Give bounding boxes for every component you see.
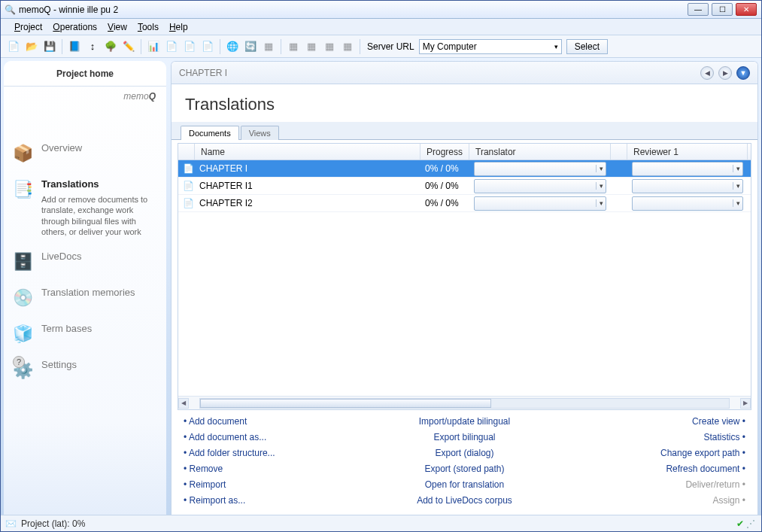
toolbar: 📄 📂 💾 📘 ↕ 🌳 ✏️ 📊 📄 📄 📄 🌐 🔄 ▦ ▦ ▦ ▦ ▦ Ser… (1, 35, 761, 58)
resize-grip[interactable]: ⋰ (746, 518, 757, 529)
table-row[interactable]: 📄CHAPTER I10% / 0%▾▾ (178, 178, 751, 195)
server-url-value: My Computer (423, 41, 477, 52)
disk-icon: 💿 (11, 287, 34, 309)
row-progress: 0% / 0% (425, 163, 459, 174)
action-link[interactable]: • Add document (184, 416, 369, 427)
close-button[interactable]: ✕ (736, 3, 757, 16)
menu-project[interactable]: Project (14, 22, 42, 32)
doc2-icon[interactable]: 📄 (181, 38, 198, 55)
status-text: Project (lat): 0% (21, 518, 85, 529)
sidebar: Project home memoQ 📦 Overview 📑 Translat… (4, 61, 166, 515)
document-icon: 📄 (183, 163, 193, 174)
action-link[interactable]: Export bilingual (372, 432, 557, 442)
doc1-icon[interactable]: 📄 (163, 38, 180, 55)
reviewer-dropdown[interactable]: ▾ (632, 179, 743, 193)
book-icon[interactable]: 📘 (66, 38, 83, 55)
stack-icon: 🧊 (11, 323, 34, 345)
action-link[interactable]: Open for translation (372, 479, 557, 490)
action-link[interactable]: • Add folder structure... (184, 448, 369, 458)
col-name[interactable]: Name (195, 144, 420, 160)
sidebar-tab-project-home[interactable]: Project home (4, 61, 166, 87)
minimize-button[interactable]: — (688, 3, 709, 16)
sidebar-item-termbases[interactable]: 🧊 Term bases (11, 323, 159, 345)
refresh-icon[interactable]: 🔄 (242, 38, 259, 55)
menu-tools[interactable]: Tools (138, 22, 159, 32)
menu-operations[interactable]: Operations (53, 22, 97, 32)
sidebar-item-overview[interactable]: 📦 Overview (11, 142, 159, 165)
action-link[interactable]: Export (stored path) (372, 464, 557, 474)
sidebar-item-translations[interactable]: 📑 Translations Add or remove documents t… (11, 178, 159, 237)
action-link[interactable]: Create view • (560, 416, 745, 427)
tree-icon[interactable]: 🌳 (102, 38, 119, 55)
sidebar-item-livedocs[interactable]: 🗄️ LiveDocs (11, 251, 159, 273)
menubar: Project Operations View Tools Help (1, 19, 761, 35)
action-link[interactable]: Add to LiveDocs corpus (372, 495, 557, 506)
row-name: CHAPTER I2 (199, 198, 253, 208)
row-name: CHAPTER I (199, 163, 247, 174)
mail-icon: ✉️ (5, 518, 17, 529)
sort-icon[interactable]: ↕ (84, 38, 101, 55)
window-title: memoQ - winnie ille pu 2 (19, 5, 688, 15)
server-url-dropdown[interactable]: My Computer ▾ (419, 39, 562, 54)
grid4-icon[interactable]: ▦ (321, 38, 338, 55)
reviewer-dropdown[interactable]: ▾ (632, 162, 743, 176)
translator-dropdown[interactable]: ▾ (474, 162, 606, 176)
chart-icon[interactable]: 📊 (145, 38, 162, 55)
table-row[interactable]: 📄CHAPTER I20% / 0%▾▾ (178, 195, 751, 212)
marker-icon[interactable]: ✏️ (120, 38, 137, 55)
window-controls: — ☐ ✕ (688, 3, 757, 16)
sidebar-item-tm[interactable]: 💿 Translation memories (11, 287, 159, 309)
action-link[interactable]: Refresh document • (560, 464, 745, 474)
memoq-logo: memoQ (4, 87, 166, 105)
col-translator[interactable]: Translator (469, 144, 611, 160)
horizontal-scrollbar[interactable]: ◀ ▶ (178, 396, 751, 409)
doc3-icon[interactable]: 📄 (199, 38, 216, 55)
main-panel: CHAPTER I ◀ ▶ ▼ Translations Documents V… (171, 61, 758, 515)
row-progress: 0% / 0% (425, 181, 459, 191)
open-icon[interactable]: 📂 (23, 38, 40, 55)
save-icon[interactable]: 💾 (41, 38, 58, 55)
action-link[interactable]: • Add document as... (184, 432, 369, 442)
select-button[interactable]: Select (566, 39, 608, 54)
table-row[interactable]: 📄CHAPTER I0% / 0%▾▾ (178, 160, 751, 178)
col-progress[interactable]: Progress (420, 144, 469, 160)
subtab-documents[interactable]: Documents (181, 126, 239, 140)
row-name: CHAPTER I1 (199, 181, 253, 191)
action-link[interactable]: Change export path • (560, 448, 745, 458)
reviewer-dropdown[interactable]: ▾ (632, 196, 743, 211)
content-area: Project home memoQ 📦 Overview 📑 Translat… (1, 58, 761, 515)
server-url-label: Server URL (367, 41, 414, 52)
grid2-icon[interactable]: ▦ (285, 38, 302, 55)
action-link[interactable]: • Reimport (184, 479, 369, 490)
maximize-button[interactable]: ☐ (712, 3, 733, 16)
table-header: Name Progress Translator Reviewer 1 (178, 144, 751, 160)
translator-dropdown[interactable]: ▾ (474, 196, 606, 211)
drawer-icon: 🗄️ (11, 251, 34, 273)
globe-icon[interactable]: 🌐 (224, 38, 241, 55)
col-reviewer[interactable]: Reviewer 1 (627, 144, 748, 160)
action-link[interactable]: Import/update bilingual (372, 416, 557, 427)
action-link[interactable]: Statistics • (560, 432, 745, 442)
menu-view[interactable]: View (108, 22, 127, 32)
doc-tab-chapter[interactable]: CHAPTER I (179, 68, 227, 78)
translator-dropdown[interactable]: ▾ (474, 179, 606, 193)
action-link: Assign • (560, 495, 745, 506)
grid3-icon[interactable]: ▦ (303, 38, 320, 55)
document-icon: 📄 (183, 198, 193, 208)
nav-next-button[interactable]: ▶ (718, 66, 732, 80)
menu-help[interactable]: Help (169, 22, 188, 32)
action-link[interactable]: • Reimport as... (184, 495, 369, 506)
subtab-views[interactable]: Views (241, 126, 279, 140)
document-tabs: CHAPTER I ◀ ▶ ▼ (172, 62, 757, 84)
sidebar-item-settings[interactable]: ⚙️ Settings (11, 359, 159, 382)
action-link[interactable]: • Remove (184, 464, 369, 474)
nav-down-button[interactable]: ▼ (736, 66, 750, 80)
grid5-icon[interactable]: ▦ (339, 38, 356, 55)
app-icon: 🔍 (4, 4, 16, 16)
new-icon[interactable]: 📄 (5, 38, 22, 55)
grid1-icon[interactable]: ▦ (260, 38, 277, 55)
action-link[interactable]: Export (dialog) (372, 448, 557, 458)
box-icon: 📦 (11, 142, 34, 165)
nav-prev-button[interactable]: ◀ (700, 66, 714, 80)
help-icon[interactable]: ? (13, 356, 25, 368)
